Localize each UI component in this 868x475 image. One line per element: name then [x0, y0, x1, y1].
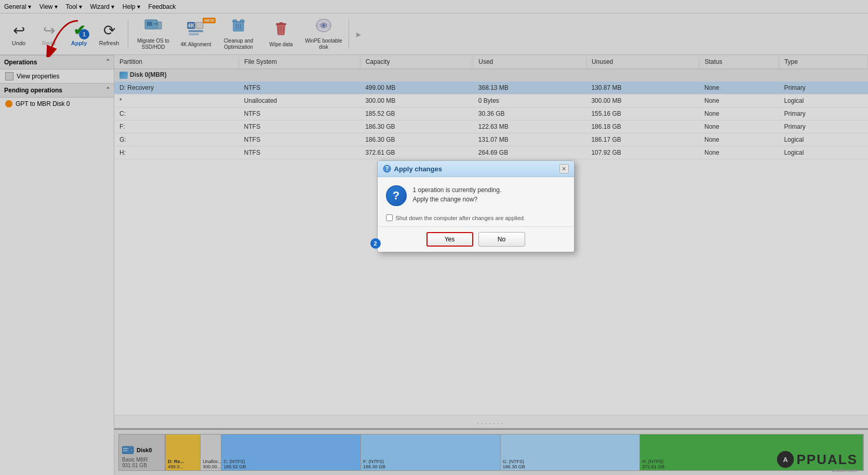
dialog-title: Apply changes: [383, 165, 442, 173]
dialog-message-line2: Apply the change now?: [413, 195, 502, 204]
question-icon: ?: [386, 185, 407, 206]
svg-point-30: [386, 170, 388, 171]
shutdown-label: Shut down the computer after changes are…: [396, 215, 526, 221]
dialog-message-line1: 1 operation is currently pending.: [413, 185, 502, 195]
dialog-title-text: Apply changes: [394, 165, 442, 173]
dialog-body: ? 1 operation is currently pending. Appl…: [378, 177, 574, 214]
yes-button[interactable]: Yes: [426, 232, 473, 247]
yes-label: Yes: [445, 236, 455, 243]
no-button[interactable]: No: [478, 232, 525, 247]
shutdown-checkbox[interactable]: [386, 214, 393, 221]
dialog-checkbox-row: Shut down the computer after changes are…: [378, 214, 574, 226]
no-label: No: [498, 236, 505, 243]
step2-circle: 2: [370, 238, 381, 249]
dialog-close-button[interactable]: ×: [559, 164, 569, 173]
dialog-titlebar: Apply changes ×: [378, 161, 574, 177]
dialog-message: 1 operation is currently pending. Apply …: [413, 185, 502, 204]
close-icon: ×: [562, 165, 566, 173]
apply-changes-dialog: Apply changes × ? 1 operation is current…: [377, 160, 575, 252]
step2-badge: 2: [370, 238, 381, 249]
app-container: General ▾ View ▾ Tool ▾ Wizard ▾ Help ▾ …: [0, 0, 868, 475]
dialog-overlay: Apply changes × ? 1 operation is current…: [0, 0, 868, 475]
dialog-footer: 2 Yes No: [378, 226, 574, 252]
dialog-title-icon: [383, 165, 391, 173]
